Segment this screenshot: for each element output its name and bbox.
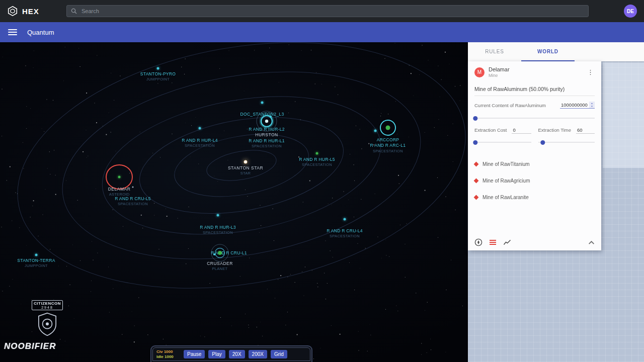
green-dot-icon <box>316 152 318 155</box>
tab-world[interactable]: WORLD <box>521 42 575 61</box>
number-spinner[interactable]: ▲▼ <box>589 102 595 108</box>
app-bar: Quantum <box>0 22 644 42</box>
card-footer <box>468 234 601 250</box>
time-button-pause[interactable]: Pause <box>184 350 205 358</box>
mine-icon <box>474 195 479 200</box>
extraction-cost-label: Extraction Cost <box>474 127 507 133</box>
hex-logo-icon <box>7 6 18 17</box>
map-label-line: JUMPPOINT <box>140 77 176 82</box>
search-icon <box>71 8 77 14</box>
map-label-stanton-terra: STANTON-TERRAJUMPPOINT <box>17 258 55 269</box>
mine-list-item[interactable]: Mine of RawLaranite <box>474 189 595 206</box>
top-bar: HEX DE <box>0 0 644 22</box>
time-controls: Civ 1000 Idle 1000 PausePlay20X200XGrid <box>150 345 312 362</box>
brand: HEX <box>7 6 66 17</box>
time-buttons: PausePlay20X200XGrid <box>184 350 287 358</box>
cyan-dot-icon <box>344 218 346 221</box>
mine-list-item[interactable]: Mine of RawAgricium <box>474 172 595 189</box>
map-label-line: R AND R HUR-L1 <box>249 138 285 144</box>
extraction-time-label: Extraction Time <box>538 127 571 133</box>
time-controls-inner: Civ 1000 Idle 1000 PausePlay20X200XGrid <box>152 347 310 361</box>
citizencon-title: CITIZENCON <box>34 301 61 306</box>
entity-subtitle: Mine <box>489 73 510 78</box>
slider-thumb[interactable] <box>541 140 545 145</box>
menu-icon[interactable] <box>8 29 17 35</box>
collapse-icon[interactable] <box>588 240 595 245</box>
mine-icon <box>474 162 479 167</box>
map-label-hurston: R AND R HUR-L2HURSTONR AND R HUR-L1SPACE… <box>249 127 285 149</box>
compass-icon[interactable] <box>474 238 482 246</box>
slider-thumb[interactable] <box>473 140 477 145</box>
map-label-rr-cru-l4: R AND R CRU-L4SPACESTATION <box>327 228 363 239</box>
slider-track <box>538 142 595 143</box>
map-label-stanton-pyro: STANTON-PYROJUMPPOINT <box>140 71 176 82</box>
kebab-menu-icon[interactable]: ⋮ <box>586 68 595 76</box>
mine-filter-icon[interactable] <box>490 240 496 245</box>
slider-track <box>474 142 531 143</box>
extraction-time-value[interactable]: 60 <box>576 127 595 134</box>
mine-label: Mine of RawLaranite <box>482 195 529 200</box>
content-slider <box>474 116 595 121</box>
extraction-time-slider <box>538 140 595 145</box>
map-markers: STANTON-PYROJUMPPOINTDOC_STANTON2_L3R AN… <box>0 42 468 362</box>
cyan-dot-icon <box>261 102 264 104</box>
content-row: Current Content of RawAluminum ▲▼ <box>474 102 595 109</box>
cyan-dot-icon <box>217 214 219 217</box>
search-input[interactable] <box>80 8 584 15</box>
map-label-line: SPACESTATION <box>249 144 285 149</box>
map-label-line: SPACESTATION <box>299 162 335 167</box>
right-panel: RULESWORLD M Delamar Mine ⋮ Mine of RawA… <box>468 42 644 362</box>
slider-thumb[interactable] <box>473 116 477 121</box>
map-label-line: STANTON-TERRA <box>17 258 55 263</box>
mine-icon <box>474 178 479 184</box>
time-button-play[interactable]: Play <box>208 350 225 358</box>
map-label-rr-cru-l5: R AND R CRU-L5SPACESTATION <box>115 196 151 207</box>
mine-name-field[interactable]: Mine of RawAluminum (50.00% purity) <box>474 86 595 96</box>
cyan-dot-icon <box>374 130 377 132</box>
content-label: Current Content of RawAluminum <box>474 102 560 108</box>
map-label-crusader: CRUSADERPLANET <box>207 261 233 272</box>
time-button-200x[interactable]: 200X <box>249 350 267 358</box>
mine-label: Mine of RawTitanium <box>482 161 530 167</box>
idle-status: Idle 1000 <box>156 354 180 359</box>
map-label-stanton-star: STANTON STARSTAR <box>228 165 263 176</box>
entity-title: Delamar <box>489 66 510 72</box>
map-label-rr-hur-l3: R AND R HUR-L3SPACESTATION <box>200 225 236 236</box>
map-label-line: R AND R HUR-L2 <box>249 127 285 132</box>
content-input[interactable] <box>560 102 589 108</box>
mine-list-item[interactable]: Mine of RawTitanium <box>474 156 595 172</box>
time-button-20x[interactable]: 20X <box>229 350 245 358</box>
map-label-line: SPACESTATION <box>200 230 236 235</box>
chart-icon[interactable] <box>503 238 511 246</box>
map-label-line: SPACESTATION <box>182 143 218 148</box>
map-label-line: R AND R CRU-L5 <box>115 196 151 202</box>
star-dot-icon <box>244 160 248 164</box>
map-label-line: R AND R CRU-L4 <box>327 228 363 234</box>
extraction-cost-value[interactable]: 0 <box>512 127 531 134</box>
time-button-grid[interactable]: Grid <box>271 350 287 358</box>
entity-header: M Delamar Mine ⋮ <box>474 66 595 78</box>
star-map[interactable]: STANTON-PYROJUMPPOINTDOC_STANTON2_L3R AN… <box>0 42 468 362</box>
tab-rules[interactable]: RULES <box>468 42 521 61</box>
user-avatar[interactable]: DE <box>624 5 637 18</box>
entity-avatar: M <box>474 67 485 77</box>
map-label-line: SPACESTATION <box>115 202 151 207</box>
map-label-line: JUMPPOINT <box>17 263 55 268</box>
civ-status: Civ 1000 <box>156 349 180 354</box>
map-label-line: SPACESTATION <box>370 149 406 154</box>
sim-status: Civ 1000 Idle 1000 <box>156 349 180 358</box>
search-bar[interactable] <box>66 5 589 17</box>
map-label-arccorp: ARCCORPR AND R ARC-L1SPACESTATION <box>370 137 406 154</box>
citizencon-badge: CITIZENCON 2948 <box>31 300 63 338</box>
map-label-line: HURSTON <box>249 132 285 138</box>
map-label-line: ARCCORP <box>370 137 406 143</box>
extraction-time-field: Extraction Time 60 <box>538 127 595 134</box>
brand-name: HEX <box>22 7 39 16</box>
citizencon-shield-icon <box>37 312 57 336</box>
citizencon-year: 2948 <box>34 306 61 309</box>
cyan-dot-icon <box>199 127 201 130</box>
mine-label: Mine of RawAgricium <box>482 178 530 184</box>
noobifier-logo: NOOBIFIER <box>4 341 56 351</box>
green-dot-icon <box>118 176 121 178</box>
map-label-rr-hur-l4: R AND R HUR-L4SPACESTATION <box>182 138 218 149</box>
